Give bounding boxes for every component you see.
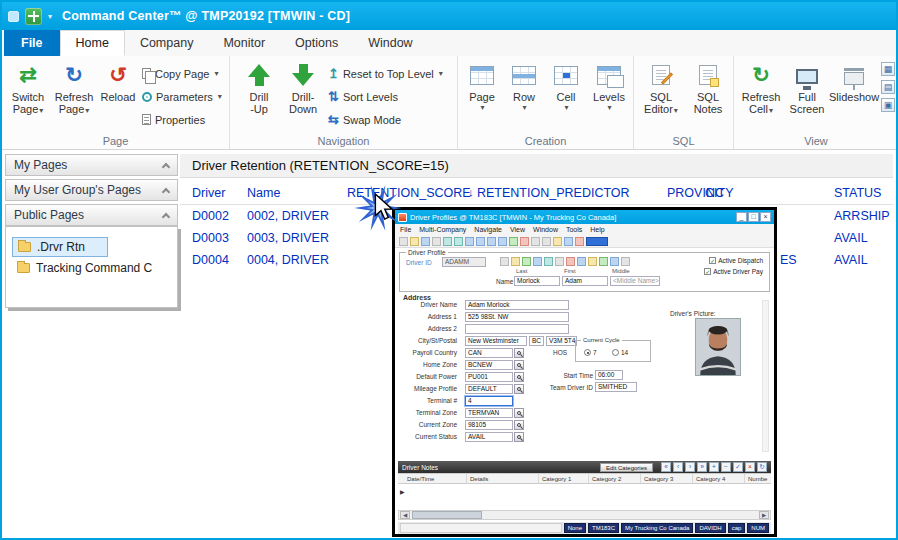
profile-tool-icon-5[interactable] [544, 257, 553, 266]
tab-window[interactable]: Window [353, 30, 427, 56]
find-icon[interactable] [553, 237, 562, 246]
lookup-button[interactable] [514, 432, 524, 442]
grid-tool-icon-1[interactable]: ▦ [881, 62, 895, 76]
mileage-profile-field[interactable]: DEFAULT [465, 384, 513, 394]
minimize-button[interactable]: _ [736, 212, 747, 222]
first-record-icon[interactable] [465, 237, 474, 246]
column-header-retention-predictor[interactable]: RETENTION_PREDICTOR [477, 186, 630, 200]
profile-tool-icon-3[interactable] [522, 257, 531, 266]
window-selector[interactable] [586, 237, 608, 246]
lookup-button[interactable] [514, 372, 524, 382]
notes-col-datetime[interactable]: Date/Time [404, 474, 434, 483]
lookup-button[interactable] [514, 420, 524, 430]
start-time-field[interactable]: 06:00 [595, 370, 623, 380]
swap-mode-button[interactable]: ⇆ Swap Mode [328, 110, 401, 129]
popup-menu-view[interactable]: View [510, 226, 525, 233]
notes-col-number[interactable]: Numbe [744, 474, 767, 483]
scroll-left-icon[interactable]: ◀ [400, 511, 410, 519]
sort-levels-button[interactable]: ⇅ Sort Levels [328, 87, 398, 106]
reset-to-top-level-button[interactable]: ↥ Reset to Top Level ▾ [328, 64, 443, 83]
copy-page-button[interactable]: Copy Page ▾ [142, 64, 218, 83]
post-icon[interactable] [531, 237, 540, 246]
open-icon[interactable] [410, 237, 419, 246]
notes-last-icon[interactable]: » [697, 462, 707, 472]
quick-access-icon[interactable] [8, 11, 19, 22]
notes-col-category1[interactable]: Category 1 [538, 474, 571, 483]
popup-menu-tools[interactable]: Tools [566, 226, 582, 233]
lookup-button[interactable] [514, 348, 524, 358]
tab-home[interactable]: Home [60, 30, 125, 56]
stop-icon[interactable] [575, 237, 584, 246]
lookup-button[interactable] [514, 384, 524, 394]
payroll-country-field[interactable]: CAN [465, 348, 513, 358]
active-driver-pay-checkbox[interactable]: ✓ Active Driver Pay [704, 268, 763, 275]
terminal-zone-field[interactable]: TERMVAN [465, 408, 513, 418]
next-record-icon[interactable] [487, 237, 496, 246]
switch-page-button[interactable]: ⇄ Switch Page▾ [6, 59, 50, 135]
middle-name-field[interactable]: <Middle Name> [610, 276, 660, 286]
tab-company[interactable]: Company [125, 30, 209, 56]
full-screen-button[interactable]: Full Screen [786, 59, 828, 135]
sidebar-item-tracking-command[interactable]: Tracking Command C [12, 259, 171, 277]
profile-tool-icon-8[interactable] [577, 257, 586, 266]
delete-record-icon[interactable] [520, 237, 529, 246]
cycle-14-radio[interactable]: 14 [612, 349, 628, 356]
popup-menu-help[interactable]: Help [590, 226, 604, 233]
profile-tool-icon-7[interactable] [566, 257, 575, 266]
address1-field[interactable]: 525 98St. NW [465, 312, 569, 322]
notes-post-icon[interactable]: ✓ [733, 462, 743, 472]
notes-col-category4[interactable]: Category 4 [692, 474, 725, 483]
refresh-cell-button[interactable]: ↻ Refresh Cell▾ [738, 59, 784, 135]
last-name-field[interactable]: Morlock [514, 276, 560, 286]
sidebar-section-public-pages[interactable]: Public Pages [5, 204, 178, 226]
prev-record-icon[interactable] [476, 237, 485, 246]
refresh-icon[interactable] [564, 237, 573, 246]
close-button[interactable]: × [760, 212, 771, 222]
profile-tool-icon-4[interactable] [533, 257, 542, 266]
quick-access-caret-icon[interactable]: ▾ [48, 12, 52, 21]
properties-button[interactable]: Properties [142, 110, 205, 129]
refresh-page-button[interactable]: ↻ Refresh Page▾ [52, 59, 96, 135]
popup-menu-multi-company[interactable]: Multi-Company [419, 226, 466, 233]
drill-up-button[interactable]: Drill -Up [238, 59, 280, 135]
notes-cancel-icon[interactable]: × [745, 462, 755, 472]
save-icon[interactable] [421, 237, 430, 246]
last-record-icon[interactable] [498, 237, 507, 246]
home-zone-field[interactable]: BCNEW [465, 360, 513, 370]
notes-refresh-icon[interactable]: ↻ [757, 462, 767, 472]
city-field[interactable]: New Westminster [465, 336, 527, 346]
driver-name-field[interactable]: Adam Morlock [465, 300, 569, 310]
state-field[interactable]: BC [529, 336, 544, 346]
current-zone-field[interactable]: 98105 [465, 420, 513, 430]
tab-file[interactable]: File [4, 30, 60, 56]
grid-tool-icon-2[interactable]: ▤ [881, 80, 895, 94]
drill-down-button[interactable]: Drill- Down [282, 59, 324, 135]
tab-monitor[interactable]: Monitor [208, 30, 280, 56]
sql-editor-button[interactable]: SQL Editor▾ [638, 59, 684, 135]
popup-menu-window[interactable]: Window [533, 226, 558, 233]
sidebar-section-group-pages[interactable]: My User Group's Pages [5, 179, 178, 201]
profile-tool-icon-12[interactable] [621, 257, 630, 266]
column-header-name[interactable]: Name [247, 186, 280, 200]
print-icon[interactable] [432, 237, 441, 246]
popup-menu-navigate[interactable]: Navigate [474, 226, 502, 233]
cut-icon[interactable] [443, 237, 452, 246]
lookup-button[interactable] [514, 360, 524, 370]
form-scrollbar[interactable] [762, 300, 769, 452]
scroll-right-icon[interactable]: ▶ [759, 511, 769, 519]
active-dispatch-checkbox[interactable]: ✓ Active Dispatch [709, 257, 763, 264]
profile-tool-icon-10[interactable] [599, 257, 608, 266]
scrollbar-thumb[interactable] [412, 511, 482, 519]
create-page-button[interactable]: Page ▾ [462, 59, 502, 135]
grid-tool-icon-3[interactable]: ▣ [881, 98, 895, 112]
notes-horizontal-scrollbar[interactable]: ◀ ▶ [398, 510, 771, 520]
profile-tool-icon-6[interactable] [555, 257, 564, 266]
column-header-city[interactable]: CITY [705, 186, 733, 200]
notes-add-icon[interactable]: + [709, 462, 719, 472]
column-header-status[interactable]: STATUS [834, 186, 881, 200]
notes-next-icon[interactable]: › [685, 462, 695, 472]
notes-col-details[interactable]: Details [466, 474, 488, 483]
copy-icon[interactable] [454, 237, 463, 246]
sidebar-section-my-pages[interactable]: My Pages [5, 154, 178, 176]
slideshow-button[interactable]: Slideshow [830, 59, 878, 135]
